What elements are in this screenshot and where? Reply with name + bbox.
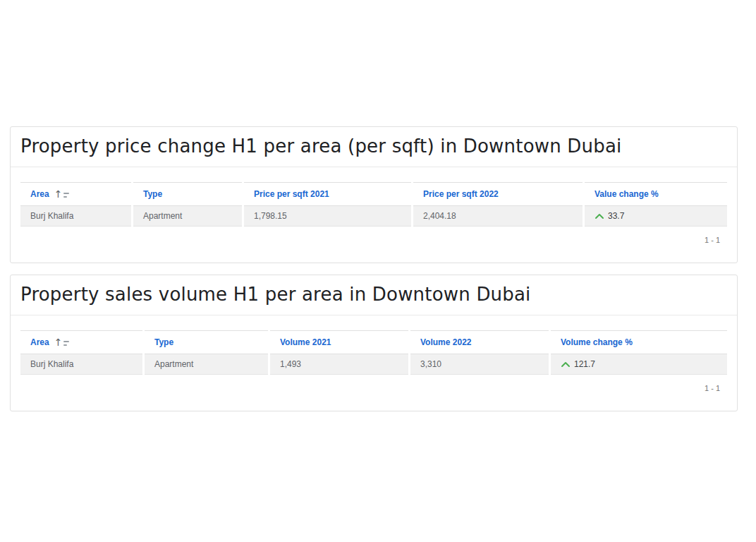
- sort-ascending-icon[interactable]: ↑: [54, 189, 70, 199]
- cell-price-2022: 2,404.18: [413, 206, 583, 227]
- sort-bars-icon: [63, 341, 69, 346]
- table-header-row: Area ↑ Type Volume 2021 Volume 2022 Volu…: [20, 330, 727, 354]
- column-header-label: Volume change %: [561, 337, 633, 347]
- column-header-label: Volume 2021: [280, 337, 331, 347]
- sort-ascending-icon[interactable]: ↑: [54, 337, 70, 347]
- table-row[interactable]: Burj Khalifa Apartment 1,798.15 2,404.18…: [20, 206, 727, 227]
- change-value: 121.7: [574, 359, 595, 369]
- column-header-label: Volume 2022: [420, 337, 471, 347]
- cell-price-2021: 1,798.15: [244, 206, 411, 227]
- price-change-table: Area ↑ Type Price per sqft 2021 Price pe…: [20, 182, 727, 244]
- column-header-label: Type: [143, 189, 162, 199]
- trend-up-icon: [561, 361, 571, 368]
- card-bottom-space: [11, 392, 737, 411]
- trend-up-icon: [595, 212, 604, 219]
- column-header-volume-2022[interactable]: Volume 2022: [410, 330, 549, 354]
- column-header-area[interactable]: Area ↑: [20, 182, 131, 206]
- table-header-row: Area ↑ Type Price per sqft 2021 Price pe…: [20, 182, 727, 206]
- column-header-label: Price per sqft 2022: [423, 189, 499, 199]
- column-header-type[interactable]: Type: [145, 330, 268, 354]
- card-bottom-space: [11, 244, 737, 263]
- column-header-label: Price per sqft 2021: [254, 189, 329, 199]
- table-row[interactable]: Burj Khalifa Apartment 1,493 3,310 121.7: [20, 354, 727, 375]
- sales-volume-table: Area ↑ Type Volume 2021 Volume 2022 Volu…: [20, 330, 727, 392]
- cell-type: Apartment: [145, 354, 268, 375]
- sales-volume-card: Property sales volume H1 per area in Dow…: [10, 275, 738, 411]
- column-header-area[interactable]: Area ↑: [20, 330, 142, 354]
- column-header-price-2021[interactable]: Price per sqft 2021: [244, 182, 411, 206]
- column-header-label: Type: [154, 337, 173, 347]
- column-header-label: Area: [30, 337, 49, 347]
- column-header-volume-change[interactable]: Volume change %: [551, 330, 727, 354]
- column-header-volume-2021[interactable]: Volume 2021: [270, 330, 408, 354]
- price-change-table-title: Property price change H1 per area (per s…: [11, 127, 737, 167]
- cell-value-change: 33.7: [585, 206, 727, 227]
- cell-area: Burj Khalifa: [20, 354, 142, 375]
- column-header-type[interactable]: Type: [133, 182, 242, 206]
- cell-area: Burj Khalifa: [20, 206, 131, 227]
- cell-volume-2021: 1,493: [270, 354, 408, 375]
- price-change-card: Property price change H1 per area (per s…: [10, 126, 738, 263]
- cell-volume-2022: 3,310: [410, 354, 549, 375]
- sales-volume-table-title: Property sales volume H1 per area in Dow…: [11, 275, 737, 315]
- column-header-label: Value change %: [595, 189, 659, 199]
- cell-type: Apartment: [133, 206, 242, 227]
- sort-bars-icon: [63, 193, 69, 198]
- pagination: 1 - 1: [20, 384, 727, 392]
- change-value: 33.7: [608, 211, 624, 221]
- column-header-value-change[interactable]: Value change %: [585, 182, 727, 206]
- column-header-price-2022[interactable]: Price per sqft 2022: [413, 182, 583, 206]
- column-header-label: Area: [30, 189, 49, 199]
- cell-volume-change: 121.7: [551, 354, 727, 375]
- pagination: 1 - 1: [20, 236, 727, 244]
